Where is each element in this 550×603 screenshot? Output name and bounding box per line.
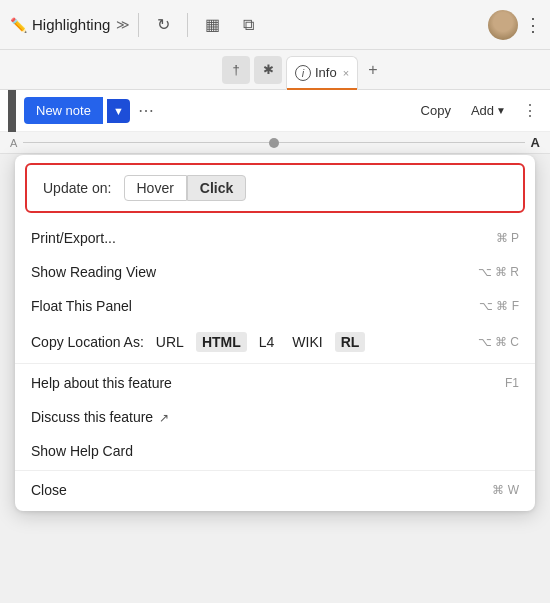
separator2 <box>187 13 188 37</box>
dropdown-menu: Update on: Hover Click Print/Export... ⌘… <box>15 155 535 511</box>
copy-l4-button[interactable]: L4 <box>253 332 281 352</box>
copy-location-shortcut: ⌥ ⌘ C <box>478 335 519 349</box>
copy-html-button[interactable]: HTML <box>196 332 247 352</box>
close-shortcut: ⌘ W <box>492 483 519 497</box>
print-export-shortcut: ⌘ P <box>496 231 519 245</box>
print-export-item[interactable]: Print/Export... ⌘ P <box>15 221 535 255</box>
add-more-button[interactable]: ⋮ <box>518 101 542 120</box>
avatar[interactable] <box>488 10 518 40</box>
avatar-image <box>488 10 518 40</box>
bottom-spacer <box>15 507 535 511</box>
update-on-row: Update on: Hover Click <box>25 163 525 213</box>
ruler: A A <box>0 132 550 154</box>
copy-location-item: Copy Location As: URL HTML L4 WIKI RL ⌥ … <box>15 323 535 361</box>
reading-view-item[interactable]: Show Reading View ⌥ ⌘ R <box>15 255 535 289</box>
add-chevron-icon: ▼ <box>496 105 506 116</box>
action-more-button[interactable]: ⋯ <box>134 101 158 120</box>
add-label: Add <box>471 103 494 118</box>
separator <box>138 13 139 37</box>
copy-button[interactable]: Copy <box>413 99 459 122</box>
close-item[interactable]: Close ⌘ W <box>15 473 535 507</box>
new-note-dropdown-button[interactable]: ▼ <box>107 99 130 123</box>
divider2 <box>15 470 535 471</box>
float-panel-shortcut: ⌥ ⌘ F <box>479 299 519 313</box>
collapse-icon[interactable]: ≫ <box>116 17 130 32</box>
tab-cross-icon[interactable]: † <box>222 56 250 84</box>
update-toggle-group: Hover Click <box>124 175 247 201</box>
app-icon: ✏️ <box>8 15 28 35</box>
discuss-feature-label: Discuss this feature ↗ <box>31 409 519 425</box>
copy-wiki-button[interactable]: WIKI <box>286 332 328 352</box>
new-window-button[interactable]: ⧉ <box>232 9 264 41</box>
tab-bar: † ✱ i Info × + <box>0 50 550 90</box>
external-link-icon: ↗ <box>159 411 169 425</box>
close-label: Close <box>31 482 492 498</box>
tab-close-button[interactable]: × <box>343 67 349 79</box>
print-export-label: Print/Export... <box>31 230 496 246</box>
toolbar-right: ⋮ <box>488 10 542 40</box>
tab-info[interactable]: i Info × <box>286 56 358 90</box>
copy-url-button[interactable]: URL <box>150 332 190 352</box>
help-card-label: Show Help Card <box>31 443 519 459</box>
left-edge <box>8 90 16 132</box>
float-panel-item[interactable]: Float This Panel ⌥ ⌘ F <box>15 289 535 323</box>
reload-button[interactable]: ↻ <box>147 9 179 41</box>
ruler-a-large: A <box>531 135 540 150</box>
ruler-thumb[interactable] <box>269 138 279 148</box>
click-toggle-button[interactable]: Click <box>187 175 246 201</box>
ruler-line <box>23 142 524 143</box>
new-note-button[interactable]: New note <box>24 97 103 124</box>
help-card-item[interactable]: Show Help Card <box>15 434 535 468</box>
help-feature-item[interactable]: Help about this feature F1 <box>15 366 535 400</box>
add-button[interactable]: Add ▼ <box>463 99 514 122</box>
toolbar-left: ✏️ Highlighting ≫ ↻ ▦ ⧉ <box>8 9 482 41</box>
reading-view-shortcut: ⌥ ⌘ R <box>478 265 519 279</box>
copy-rl-button[interactable]: RL <box>335 332 366 352</box>
float-panel-label: Float This Panel <box>31 298 479 314</box>
tab-info-label: Info <box>315 65 337 80</box>
divider <box>15 363 535 364</box>
more-options-button[interactable]: ⋮ <box>524 14 542 36</box>
tab-indicator <box>287 88 357 90</box>
reading-view-label: Show Reading View <box>31 264 478 280</box>
add-tab-button[interactable]: + <box>362 61 383 79</box>
action-bar: New note ▼ ⋯ Copy Add ▼ ⋮ <box>0 90 550 132</box>
discuss-feature-item[interactable]: Discuss this feature ↗ <box>15 400 535 434</box>
app-title: Highlighting <box>32 16 110 33</box>
copy-location-label: Copy Location As: <box>31 334 144 350</box>
update-on-label: Update on: <box>43 180 112 196</box>
hover-toggle-button[interactable]: Hover <box>124 175 187 201</box>
layout-button[interactable]: ▦ <box>196 9 228 41</box>
top-toolbar: ✏️ Highlighting ≫ ↻ ▦ ⧉ ⋮ <box>0 0 550 50</box>
tab-star-icon[interactable]: ✱ <box>254 56 282 84</box>
ruler-a-small: A <box>10 137 17 149</box>
help-feature-shortcut: F1 <box>505 376 519 390</box>
help-feature-label: Help about this feature <box>31 375 505 391</box>
info-icon: i <box>295 65 311 81</box>
